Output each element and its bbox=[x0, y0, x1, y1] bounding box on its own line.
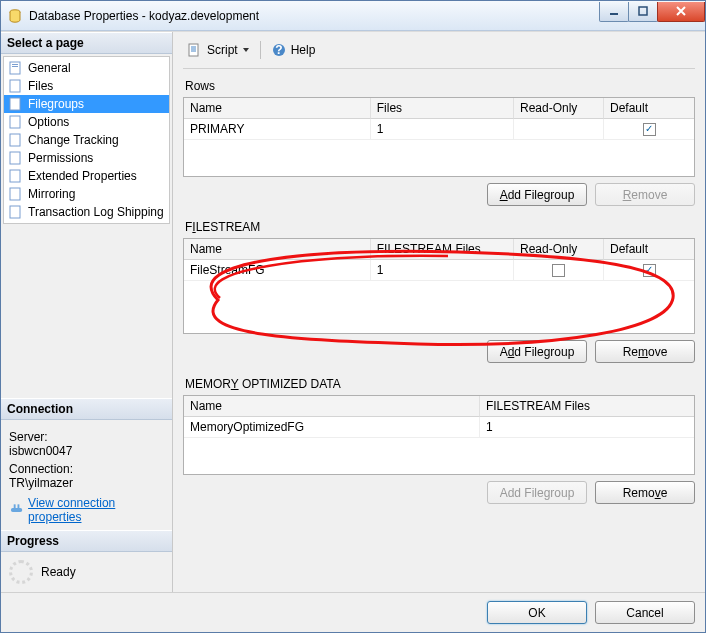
table-row[interactable]: MemoryOptimizedFG 1 bbox=[184, 417, 694, 438]
memory-remove-button[interactable]: Remove bbox=[595, 481, 695, 504]
col-name: Name bbox=[184, 98, 371, 119]
page-list: General Files Filegroups Options Change … bbox=[3, 56, 170, 224]
page-item-general[interactable]: General bbox=[4, 59, 169, 77]
dialog-button-bar: OK Cancel bbox=[1, 592, 705, 632]
content-panel: Script ? Help Rows Name Files Read-Only … bbox=[173, 32, 705, 592]
btn-text: dd Filegroup bbox=[508, 188, 575, 202]
svg-rect-14 bbox=[11, 508, 22, 512]
toolbar: Script ? Help bbox=[183, 36, 695, 69]
svg-rect-12 bbox=[10, 188, 20, 200]
ok-button[interactable]: OK bbox=[487, 601, 587, 624]
cell-files: 1 bbox=[371, 119, 514, 140]
btn-text: emove bbox=[631, 188, 667, 202]
table-row[interactable]: PRIMARY 1 bbox=[184, 119, 694, 140]
page-icon bbox=[8, 132, 24, 148]
page-icon bbox=[8, 186, 24, 202]
filestream-section-title: FILESTREAM bbox=[185, 220, 693, 234]
svg-rect-16 bbox=[17, 504, 19, 508]
server-label: Server: bbox=[9, 430, 164, 444]
connection-icon bbox=[9, 502, 24, 518]
left-panel: Select a page General Files Filegroups O… bbox=[1, 32, 173, 592]
progress-status: Ready bbox=[41, 565, 76, 579]
col-default: Default bbox=[604, 239, 694, 260]
memory-section-title: MEMORY OPTIMIZED DATA bbox=[185, 377, 693, 391]
page-item-permissions[interactable]: Permissions bbox=[4, 149, 169, 167]
cell-readonly[interactable] bbox=[514, 260, 604, 281]
rows-title-text: Rows bbox=[185, 79, 215, 93]
rows-grid: Name Files Read-Only Default PRIMARY 1 bbox=[183, 97, 695, 177]
page-icon bbox=[8, 204, 24, 220]
svg-rect-10 bbox=[10, 152, 20, 164]
progress-spinner-icon bbox=[9, 560, 33, 584]
cell-name[interactable]: PRIMARY bbox=[184, 119, 371, 140]
page-icon bbox=[8, 78, 24, 94]
page-item-files[interactable]: Files bbox=[4, 77, 169, 95]
close-button[interactable] bbox=[657, 2, 705, 22]
cancel-label: Cancel bbox=[626, 606, 663, 620]
col-readonly: Read-Only bbox=[514, 98, 604, 119]
readonly-checkbox[interactable] bbox=[552, 264, 565, 277]
page-icon bbox=[8, 150, 24, 166]
page-item-extended-properties[interactable]: Extended Properties bbox=[4, 167, 169, 185]
help-label: Help bbox=[291, 43, 316, 57]
cell-readonly bbox=[514, 119, 604, 140]
page-label: Mirroring bbox=[28, 187, 75, 201]
svg-rect-3 bbox=[10, 62, 20, 74]
view-connection-properties-link[interactable]: View connection properties bbox=[9, 496, 164, 524]
cell-default[interactable] bbox=[604, 260, 694, 281]
cell-default[interactable] bbox=[604, 119, 694, 140]
connection-value: TR\yilmazer bbox=[9, 476, 164, 490]
connection-header: Connection bbox=[1, 398, 172, 420]
minimize-button[interactable] bbox=[599, 2, 629, 22]
rows-add-filegroup-button[interactable]: Add Filegroup bbox=[487, 183, 587, 206]
page-label: General bbox=[28, 61, 71, 75]
svg-rect-2 bbox=[639, 7, 647, 15]
progress-header: Progress bbox=[1, 530, 172, 552]
filestream-grid: Name FILESTREAM Files Read-Only Default … bbox=[183, 238, 695, 334]
col-files: Files bbox=[371, 98, 514, 119]
ok-label: OK bbox=[528, 606, 545, 620]
server-value: isbwcn0047 bbox=[9, 444, 164, 458]
svg-rect-5 bbox=[12, 66, 18, 67]
svg-rect-7 bbox=[10, 98, 20, 110]
filestream-add-filegroup-button[interactable]: Add Filegroup bbox=[487, 340, 587, 363]
page-icon bbox=[8, 168, 24, 184]
page-item-mirroring[interactable]: Mirroring bbox=[4, 185, 169, 203]
table-row[interactable]: FileStreamFG 1 bbox=[184, 260, 694, 281]
svg-rect-13 bbox=[10, 206, 20, 218]
titlebar: Database Properties - kodyaz.development bbox=[1, 1, 705, 31]
cell-name[interactable]: MemoryOptimizedFG bbox=[184, 417, 480, 438]
svg-rect-9 bbox=[10, 134, 20, 146]
svg-rect-8 bbox=[10, 116, 20, 128]
cancel-button[interactable]: Cancel bbox=[595, 601, 695, 624]
page-label: Files bbox=[28, 79, 53, 93]
script-label: Script bbox=[207, 43, 238, 57]
filestream-remove-button[interactable]: Remove bbox=[595, 340, 695, 363]
default-checkbox[interactable] bbox=[643, 123, 656, 136]
page-icon bbox=[8, 60, 24, 76]
col-files: FILESTREAM Files bbox=[480, 396, 694, 417]
page-icon bbox=[8, 114, 24, 130]
page-item-log-shipping[interactable]: Transaction Log Shipping bbox=[4, 203, 169, 221]
select-page-header: Select a page bbox=[1, 32, 172, 54]
page-icon bbox=[8, 96, 24, 112]
col-name: Name bbox=[184, 396, 480, 417]
default-checkbox[interactable] bbox=[643, 264, 656, 277]
col-name: Name bbox=[184, 239, 371, 260]
cell-name[interactable]: FileStreamFG bbox=[184, 260, 371, 281]
script-button[interactable]: Script bbox=[183, 40, 254, 60]
page-label: Transaction Log Shipping bbox=[28, 205, 164, 219]
page-label: Change Tracking bbox=[28, 133, 119, 147]
page-item-change-tracking[interactable]: Change Tracking bbox=[4, 131, 169, 149]
help-button[interactable]: ? Help bbox=[267, 40, 320, 60]
rows-remove-button: Remove bbox=[595, 183, 695, 206]
memory-grid: Name FILESTREAM Files MemoryOptimizedFG … bbox=[183, 395, 695, 475]
svg-text:?: ? bbox=[275, 43, 282, 57]
page-item-filegroups[interactable]: Filegroups bbox=[4, 95, 169, 113]
col-readonly: Read-Only bbox=[514, 239, 604, 260]
view-connection-properties-label: View connection properties bbox=[28, 496, 164, 524]
page-label: Options bbox=[28, 115, 69, 129]
page-item-options[interactable]: Options bbox=[4, 113, 169, 131]
progress-block: Ready bbox=[1, 552, 172, 592]
maximize-button[interactable] bbox=[628, 2, 658, 22]
